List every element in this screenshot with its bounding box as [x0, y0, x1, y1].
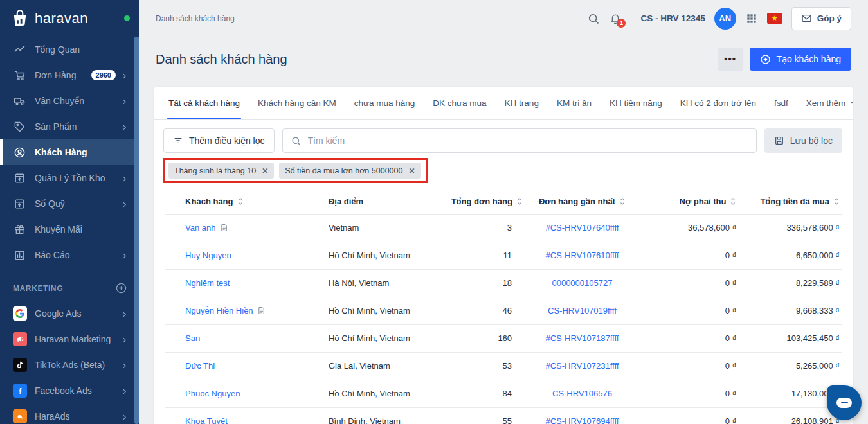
customer-name-link[interactable]: Huy Nguyen [185, 251, 231, 260]
chevron-right-icon [121, 251, 129, 259]
last-order-link[interactable]: #CS-HRV107640ffff [545, 223, 619, 233]
location-cell: Bình Định, Vietnam [326, 407, 449, 424]
column-header[interactable]: Nợ phải thu [644, 190, 739, 214]
facebook-icon [13, 384, 27, 398]
last-order-link[interactable]: #CS-HRV107231ffff [545, 361, 619, 371]
customer-name-link[interactable]: San [185, 333, 200, 343]
chevron-right-icon [121, 123, 129, 130]
sidebar-item-haraads[interactable]: HaraAds [0, 403, 139, 424]
tag-icon [13, 120, 26, 133]
chat-fab[interactable] [827, 385, 862, 420]
sidebar-item-gift[interactable]: Khuyến Mãi [0, 216, 139, 242]
feedback-label: Góp ý [817, 13, 842, 23]
total-orders-cell: 53 [449, 352, 521, 380]
customer-name-link[interactable]: Nguyễn Hiền Hiền [185, 306, 253, 315]
table-row: Van anhVietnam3#CS-HRV107640ffff36,578,6… [165, 214, 842, 242]
last-order-link[interactable]: #CS-HRV107610ffff [545, 251, 619, 260]
page-title: Danh sách khách hàng [156, 52, 287, 67]
column-header-label: Tổng đơn hàng [451, 197, 512, 206]
avatar[interactable]: AN [714, 8, 736, 30]
tab-9[interactable]: fsdf [765, 87, 797, 119]
column-header-label: Nợ phải thu [680, 197, 727, 206]
table-row: Khoa TuyếtBình Định, Vietnam55#CS-HRV107… [165, 407, 842, 424]
sidebar-item-customer[interactable]: Khách Hàng [0, 139, 139, 165]
tab-7[interactable]: KH tiềm năng [601, 87, 671, 119]
total-orders-cell: 55 [449, 407, 521, 424]
tab-see-more[interactable]: Xem thêm [797, 87, 853, 119]
sidebar-item-cashbox[interactable]: Số Quỹ [0, 191, 139, 216]
sidebar-item-google-ads[interactable]: Google Ads [0, 301, 139, 326]
sidebar-item-cart[interactable]: Đơn Hàng2960 [0, 62, 139, 88]
chevron-right-icon [121, 310, 129, 317]
save-icon [774, 136, 784, 146]
sidebar-item-truck[interactable]: Vận Chuyển [0, 88, 139, 114]
remove-filter-icon[interactable]: ✕ [262, 166, 268, 175]
receivable-cell: 0 ₫ [644, 352, 739, 380]
customer-name-link[interactable]: Van anh [185, 223, 215, 233]
sort-icon[interactable] [516, 197, 521, 206]
sidebar-item-chart-line[interactable]: Tổng Quan [0, 37, 139, 62]
save-filter-label: Lưu bộ lọc [790, 136, 833, 146]
location-cell: Hồ Chí Minh, Vietnam [326, 242, 449, 269]
marketing-section-header: MARKETING [0, 268, 139, 301]
sidebar-item-haravan-marketing[interactable]: Haravan Marketing [0, 326, 139, 352]
last-order-link[interactable]: #CS-HRV107187ffff [545, 333, 619, 343]
customer-list-card: Tất cả khách hàngKhách hàng cần KMchưa m… [154, 87, 853, 424]
save-filter-button[interactable]: Lưu bộ lọc [764, 128, 842, 153]
tab-1[interactable]: Tất cả khách hàng [159, 87, 249, 119]
column-header[interactable]: Tổng đơn hàng [449, 190, 521, 214]
logo-text: haravan [35, 10, 88, 27]
last-order-link[interactable]: CS-HRV106576 [552, 389, 612, 398]
tab-6[interactable]: KM tri ân [548, 87, 601, 119]
apps-grid-icon[interactable] [745, 12, 758, 25]
cart-icon [13, 69, 26, 82]
sort-icon[interactable] [237, 197, 244, 206]
tab-2[interactable]: Khách hàng cần KM [249, 87, 345, 119]
last-order-link[interactable]: 0000000105727 [552, 278, 612, 288]
tab-3[interactable]: chưa mua hàng [345, 87, 424, 119]
sidebar-item-tiktok[interactable]: TikTok Ads (Beta) [0, 352, 139, 378]
breadcrumb[interactable]: Danh sách khách hàng [156, 14, 235, 23]
add-marketing-channel-icon[interactable] [115, 282, 127, 294]
search-field[interactable] [282, 128, 757, 153]
filter-icon [173, 136, 183, 146]
feedback-button[interactable]: Góp ý [791, 7, 851, 30]
customer-name-link[interactable]: Phuoc Nguyen [185, 389, 240, 398]
sidebar-item-tag[interactable]: Sản Phẩm [0, 114, 139, 139]
sidebar-scrollbar[interactable] [134, 37, 139, 424]
search-input[interactable] [308, 136, 748, 146]
remove-filter-icon[interactable]: ✕ [408, 166, 415, 175]
column-header[interactable]: Tổng tiền đã mua [739, 190, 842, 214]
chevron-down-icon [849, 99, 853, 107]
sidebar-item-report[interactable]: Báo Cáo [0, 242, 139, 268]
search-icon[interactable] [587, 12, 600, 25]
sidebar-item-label: Tổng Quan [35, 44, 129, 55]
sidebar-item-facebook[interactable]: Facebook Ads [0, 378, 139, 403]
column-header[interactable]: Đơn hàng gần nhất [521, 190, 644, 214]
tab-8[interactable]: KH có 2 đơn trở lên [671, 87, 765, 119]
customer-name-link[interactable]: Đức Thi [185, 361, 215, 371]
chevron-right-icon [121, 97, 129, 105]
vietnam-flag-icon[interactable]: ★ [767, 13, 782, 24]
sidebar-item-label: Sản Phẩm [35, 121, 121, 132]
sidebar-item-inventory[interactable]: Quản Lý Tồn Kho [0, 165, 139, 191]
logo[interactable]: haravan [0, 0, 139, 37]
more-actions-button[interactable]: ••• [718, 48, 743, 71]
last-order-link[interactable]: CS-HRV107019ffff [548, 306, 617, 315]
create-customer-button[interactable]: Tạo khách hàng [750, 48, 851, 71]
last-order-link[interactable]: #CS-HRV107694ffff [545, 416, 619, 424]
add-filter-condition-button[interactable]: Thêm điều kiện lọc [163, 128, 275, 153]
sidebar-item-label: TikTok Ads (Beta) [35, 360, 121, 370]
customer-name-link[interactable]: Khoa Tuyết [185, 416, 228, 424]
sort-icon[interactable] [833, 197, 840, 206]
customer-name-link[interactable]: Nghiêm test [185, 278, 230, 288]
sort-icon[interactable] [730, 197, 736, 206]
column-header[interactable]: Khách hàng [183, 190, 326, 214]
tab-4[interactable]: DK chưa mua [424, 87, 495, 119]
online-status-dot [124, 15, 130, 21]
notifications-bell-icon[interactable]: 1 [609, 12, 622, 25]
total-spent-cell: 336,578,600 ₫ [739, 214, 842, 242]
note-icon [257, 306, 266, 315]
tab-5[interactable]: KH trang [496, 87, 548, 119]
sort-icon[interactable] [619, 197, 626, 206]
